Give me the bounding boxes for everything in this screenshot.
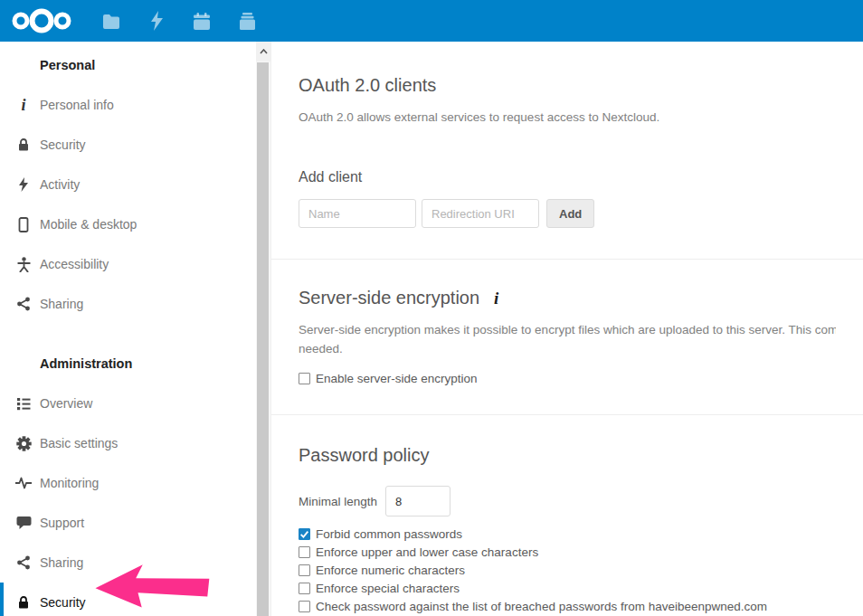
settings-sidebar: Personal i Personal info Security Activi…: [0, 42, 271, 616]
list-icon: [14, 397, 33, 411]
sidebar-item-personal-info[interactable]: i Personal info: [0, 85, 270, 125]
policy-row-forbid-common: Forbid common passwords: [299, 525, 836, 543]
info-icon: i: [14, 98, 33, 112]
policy-row-upper-lower: Enforce upper and lower case characters: [299, 543, 836, 561]
sidebar-item-sharing-personal[interactable]: Sharing: [0, 284, 270, 324]
sidebar-item-sharing-admin[interactable]: Sharing: [0, 543, 270, 583]
sidebar-item-accessibility[interactable]: Accessibility: [0, 244, 270, 284]
archive-icon: [238, 13, 257, 30]
check-icon: [299, 529, 309, 539]
minimal-length-label: Minimal length: [299, 495, 377, 508]
forbid-common-checkbox[interactable]: [299, 528, 310, 540]
policy-row-special: Enforce special characters: [299, 579, 836, 597]
sidebar-section-gap: [0, 324, 270, 344]
enable-encryption-checkbox[interactable]: [299, 373, 310, 384]
encryption-description-line2: needed.: [299, 339, 836, 358]
numeric-checkbox[interactable]: [299, 564, 310, 576]
policy-checkbox-list: Forbid common passwords Enforce upper an…: [299, 525, 836, 615]
info-icon[interactable]: i: [494, 289, 498, 308]
phone-icon: [14, 217, 33, 232]
sidebar-scrollbar[interactable]: [256, 42, 270, 616]
settings-main-content: OAuth 2.0 clients OAuth 2.0 allows exter…: [271, 42, 863, 616]
policy-row-hibp: Check password against the list of breac…: [299, 597, 836, 615]
sidebar-item-mobile-desktop[interactable]: Mobile & desktop: [0, 204, 270, 244]
add-client-label: Add client: [299, 169, 836, 185]
encryption-description: Server-side encryption makes it possible…: [299, 320, 836, 358]
upper-lower-checkbox[interactable]: [299, 546, 310, 558]
share-icon: [14, 555, 33, 570]
nextcloud-logo-icon: [12, 7, 71, 34]
enable-encryption-row: Enable server-side encryption: [299, 369, 836, 387]
encryption-description-line1: Server-side encryption makes it possible…: [299, 320, 836, 339]
special-chars-checkbox[interactable]: [299, 583, 310, 594]
top-header-bar: [0, 0, 863, 42]
sidebar-item-overview[interactable]: Overview: [0, 384, 270, 423]
nextcloud-logo[interactable]: [9, 0, 74, 42]
hibp-checkbox[interactable]: [299, 601, 310, 612]
sidebar-item-security-personal[interactable]: Security: [0, 125, 270, 165]
encryption-title: Server-side encryption: [299, 288, 479, 308]
sidebar-caption-personal: Personal: [0, 45, 270, 85]
folder-icon: [102, 14, 120, 29]
oauth-description: OAuth 2.0 allows external services to re…: [299, 108, 836, 127]
sidebar-item-monitoring[interactable]: Monitoring: [0, 463, 270, 503]
app-calendar[interactable]: [179, 0, 224, 42]
lightning-icon: [14, 177, 33, 192]
add-client-form: Add: [299, 199, 836, 228]
share-icon: [14, 297, 33, 311]
app-activity[interactable]: [134, 0, 179, 42]
oauth-section: OAuth 2.0 clients OAuth 2.0 allows exter…: [271, 42, 863, 259]
sidebar-item-activity[interactable]: Activity: [0, 165, 270, 204]
add-client-button[interactable]: Add: [546, 199, 594, 228]
password-policy-section: Password policy Minimal length Forbid co…: [271, 414, 863, 616]
app-deck[interactable]: [224, 0, 270, 42]
app-files[interactable]: [89, 0, 134, 42]
sidebar-item-support[interactable]: Support: [0, 503, 270, 543]
lightning-icon: [150, 11, 164, 31]
minimal-length-row: Minimal length: [299, 486, 836, 516]
password-policy-title: Password policy: [299, 445, 836, 466]
scrollbar-up-arrow-icon[interactable]: [256, 42, 270, 62]
encryption-section: Server-side encryption i Server-side enc…: [271, 259, 863, 414]
policy-row-numeric: Enforce numeric characters: [299, 561, 836, 579]
lock-icon: [14, 595, 33, 610]
gear-icon: [14, 436, 33, 451]
sidebar-item-security-admin[interactable]: Security: [0, 583, 270, 616]
pulse-icon: [14, 477, 33, 489]
scrollbar-thumb[interactable]: [257, 62, 269, 616]
oauth-title: OAuth 2.0 clients: [299, 75, 836, 96]
enable-encryption-label: Enable server-side encryption: [316, 372, 478, 385]
client-name-input[interactable]: [299, 199, 416, 228]
redirection-uri-input[interactable]: [422, 199, 539, 228]
lock-icon: [14, 137, 33, 152]
sidebar-caption-administration: Administration: [0, 344, 270, 384]
calendar-icon: [193, 13, 211, 30]
minimal-length-input[interactable]: [385, 486, 450, 516]
chat-icon: [14, 516, 33, 530]
accessibility-icon: [14, 257, 33, 272]
sidebar-item-basic-settings[interactable]: Basic settings: [0, 423, 270, 463]
